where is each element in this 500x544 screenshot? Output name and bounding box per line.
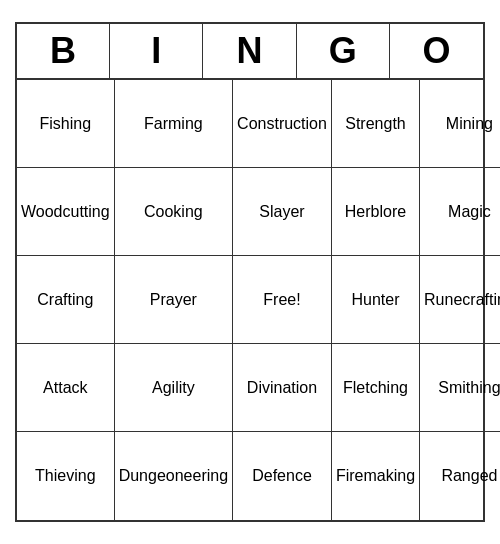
cell-text: Agility xyxy=(152,378,195,397)
cell-text: Prayer xyxy=(150,290,197,309)
header-letter: N xyxy=(203,24,296,78)
cell-text: Runecrafting xyxy=(424,290,500,309)
cell-text: Cooking xyxy=(144,202,203,221)
bingo-cell: Farming xyxy=(115,80,233,168)
cell-text: Crafting xyxy=(37,290,93,309)
cell-text: Attack xyxy=(43,378,87,397)
bingo-cell: Fletching xyxy=(332,344,420,432)
bingo-cell: Attack xyxy=(17,344,115,432)
bingo-cell: Mining xyxy=(420,80,500,168)
cell-text: Mining xyxy=(446,114,493,133)
header-letter: B xyxy=(17,24,110,78)
bingo-cell: Thieving xyxy=(17,432,115,520)
header-letter: G xyxy=(297,24,390,78)
cell-text: Magic xyxy=(448,202,491,221)
bingo-card: BINGO FishingFarmingConstructionStrength… xyxy=(15,22,485,522)
bingo-cell: Divination xyxy=(233,344,332,432)
bingo-cell: Magic xyxy=(420,168,500,256)
cell-text: Defence xyxy=(252,466,312,485)
bingo-cell: Strength xyxy=(332,80,420,168)
cell-text: Fletching xyxy=(343,378,408,397)
header-letter: O xyxy=(390,24,483,78)
cell-text: Firemaking xyxy=(336,466,415,485)
header-letter: I xyxy=(110,24,203,78)
bingo-cell: Prayer xyxy=(115,256,233,344)
cell-text: Herblore xyxy=(345,202,406,221)
bingo-cell: Defence xyxy=(233,432,332,520)
bingo-cell: Herblore xyxy=(332,168,420,256)
bingo-cell: Dungeoneering xyxy=(115,432,233,520)
bingo-cell: Agility xyxy=(115,344,233,432)
bingo-header: BINGO xyxy=(17,24,483,80)
bingo-cell: Woodcutting xyxy=(17,168,115,256)
cell-text: Dungeoneering xyxy=(119,466,228,485)
cell-text: Smithing xyxy=(438,378,500,397)
cell-text: Hunter xyxy=(351,290,399,309)
bingo-cell: Slayer xyxy=(233,168,332,256)
cell-text: Slayer xyxy=(259,202,304,221)
bingo-cell: Free! xyxy=(233,256,332,344)
bingo-cell: Smithing xyxy=(420,344,500,432)
cell-text: Strength xyxy=(345,114,405,133)
cell-text: Fishing xyxy=(40,114,92,133)
cell-text: Ranged xyxy=(441,466,497,485)
bingo-cell: Firemaking xyxy=(332,432,420,520)
bingo-cell: Crafting xyxy=(17,256,115,344)
cell-text: Thieving xyxy=(35,466,95,485)
bingo-cell: Runecrafting xyxy=(420,256,500,344)
bingo-cell: Construction xyxy=(233,80,332,168)
bingo-cell: Fishing xyxy=(17,80,115,168)
bingo-cell: Hunter xyxy=(332,256,420,344)
bingo-cell: Cooking xyxy=(115,168,233,256)
bingo-cell: Ranged xyxy=(420,432,500,520)
cell-text: Construction xyxy=(237,114,327,133)
bingo-grid: FishingFarmingConstructionStrengthMining… xyxy=(17,80,483,520)
cell-text: Divination xyxy=(247,378,317,397)
cell-text: Woodcutting xyxy=(21,202,110,221)
cell-text: Free! xyxy=(263,290,300,309)
cell-text: Farming xyxy=(144,114,203,133)
